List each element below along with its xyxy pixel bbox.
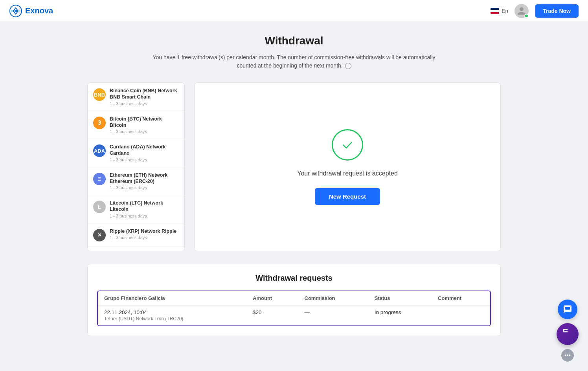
support-logo-button[interactable]: ᄃ (557, 323, 579, 345)
crypto-days: 1 - 3 business days (110, 214, 179, 218)
dots-icon (564, 352, 571, 358)
floating-support-area: ᄃ (557, 300, 579, 362)
crypto-days: 1 - 3 business days (110, 185, 179, 190)
header: Exnova En Trade Now (0, 0, 588, 22)
svg-point-1 (15, 10, 17, 12)
requests-table: Grupo Financiero Galicia Amount Commissi… (98, 291, 490, 325)
col-commission: Commission (298, 291, 368, 305)
small-action-button[interactable] (561, 349, 574, 362)
crypto-list-item[interactable]: Ξ Ethereum (ETH) Network Ethereum (ERC-2… (88, 167, 184, 196)
crypto-info: Ripple (XRP) Network Ripple 1 - 3 busine… (110, 228, 179, 240)
crypto-name: Cardano (ADA) Network Cardano (110, 144, 179, 157)
td-date-method: 22.11.2024, 10:04 Tether (USDT) Network … (98, 305, 246, 326)
transaction-method: Tether (USDT) Network Tron (TRC20) (104, 316, 240, 322)
info-text: You have 1 free withdrawal(s) per calend… (147, 53, 441, 70)
transaction-date: 22.11.2024, 10:04 (104, 309, 240, 315)
col-institution: Grupo Financiero Galicia (98, 291, 246, 305)
info-icon[interactable]: i (345, 63, 351, 69)
two-col-layout: BNB Binance Coin (BNB) Network BNB Smart… (87, 82, 501, 251)
withdrawal-requests-section: Withdrawal requests Grupo Financiero Gal… (87, 264, 501, 336)
crypto-icon: BNB (93, 88, 106, 101)
checkmark-icon (340, 137, 355, 152)
success-panel: Your withdrawal request is accepted New … (194, 82, 501, 251)
crypto-icon: ✕ (93, 229, 106, 241)
td-comment (432, 305, 490, 326)
td-commission: — (298, 305, 368, 326)
crypto-list-item[interactable]: ✕ Ripple (XRP) Network Ripple 1 - 3 busi… (88, 223, 184, 247)
language-selector[interactable]: En (491, 8, 508, 14)
crypto-list-item[interactable]: Ł Litecoin (LTC) Network Litecoin 1 - 3 … (88, 195, 184, 223)
crypto-list-item[interactable]: ₮ Tether (USDT) (88, 247, 184, 252)
new-request-button[interactable]: New Request (315, 188, 380, 205)
live-chat-button[interactable] (558, 300, 577, 319)
crypto-name: Ripple (XRP) Network Ripple (110, 228, 179, 234)
crypto-info: Binance Coin (BNB) Network BNB Smart Cha… (110, 88, 179, 106)
td-amount: $20 (246, 305, 298, 326)
crypto-days: 1 - 3 business days (110, 157, 179, 162)
flag-icon (491, 8, 499, 14)
success-circle (332, 129, 363, 161)
crypto-name: Litecoin (LTC) Network Litecoin (110, 200, 179, 213)
crypto-name: Tether (USDT) (110, 251, 179, 252)
col-amount: Amount (246, 291, 298, 305)
crypto-days: 1 - 3 business days (110, 235, 179, 240)
chat-icon (563, 305, 572, 314)
svg-point-7 (569, 355, 570, 356)
crypto-days: 1 - 3 business days (110, 129, 179, 134)
page-title: Withdrawal (87, 35, 501, 47)
online-status-dot (524, 14, 529, 18)
crypto-name: Ethereum (ETH) Network Ethereum (ERC-20) (110, 172, 179, 185)
col-status: Status (368, 291, 432, 305)
user-avatar-area[interactable] (514, 4, 529, 18)
svg-point-5 (567, 355, 568, 356)
crypto-icon: Ξ (93, 173, 106, 185)
crypto-info: Litecoin (LTC) Network Litecoin 1 - 3 bu… (110, 200, 179, 218)
crypto-name: Binance Coin (BNB) Network BNB Smart Cha… (110, 88, 179, 101)
crypto-list-item[interactable]: ADA Cardano (ADA) Network Cardano 1 - 3 … (88, 139, 184, 167)
table-header-row: Grupo Financiero Galicia Amount Commissi… (98, 291, 490, 305)
table-row: 22.11.2024, 10:04 Tether (USDT) Network … (98, 305, 490, 326)
crypto-icon: ADA (93, 144, 106, 157)
crypto-list-item[interactable]: BNB Binance Coin (BNB) Network BNB Smart… (88, 83, 184, 111)
main-content: Withdrawal You have 1 free withdrawal(s)… (78, 22, 510, 361)
requests-section-title: Withdrawal requests (97, 274, 491, 283)
crypto-list-panel: BNB Binance Coin (BNB) Network BNB Smart… (87, 82, 185, 251)
svg-point-6 (565, 355, 566, 356)
crypto-info: Bitcoin (BTC) Network Bitcoin 1 - 3 busi… (110, 116, 179, 134)
crypto-name: Bitcoin (BTC) Network Bitcoin (110, 116, 179, 129)
crypto-info: Tether (USDT) (110, 251, 179, 252)
success-message: Your withdrawal request is accepted (297, 170, 398, 177)
crypto-list-item[interactable]: ₿ Bitcoin (BTC) Network Bitcoin 1 - 3 bu… (88, 111, 184, 139)
lang-label: En (502, 8, 508, 14)
header-right: En Trade Now (491, 4, 579, 18)
crypto-info: Cardano (ADA) Network Cardano 1 - 3 busi… (110, 144, 179, 162)
crypto-icon: Ł (93, 201, 106, 213)
support-brand-icon: ᄃ (560, 327, 575, 341)
trade-now-button[interactable]: Trade Now (535, 4, 579, 18)
crypto-icon: ₿ (93, 117, 106, 129)
crypto-days: 1 - 3 business days (110, 101, 179, 106)
svg-text:ᄃ: ᄃ (562, 329, 571, 339)
td-status: In progress (368, 305, 432, 326)
crypto-info: Ethereum (ETH) Network Ethereum (ERC-20)… (110, 172, 179, 190)
logo-area[interactable]: Exnova (9, 5, 53, 17)
logo-text: Exnova (25, 6, 53, 15)
requests-table-wrap: Grupo Financiero Galicia Amount Commissi… (97, 291, 491, 326)
logo-icon (9, 5, 22, 17)
col-comment: Comment (432, 291, 490, 305)
